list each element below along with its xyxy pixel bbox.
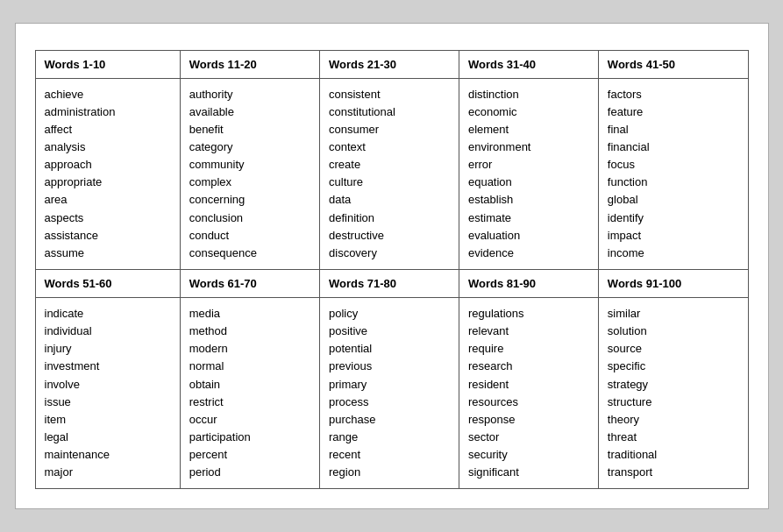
list-item: function xyxy=(608,174,739,191)
list-item: impact xyxy=(608,227,739,245)
list-item: source xyxy=(608,340,739,358)
list-item: research xyxy=(468,358,589,375)
list-item: similar xyxy=(608,305,739,323)
list-item: category xyxy=(189,138,310,156)
page-container: Words 1-10Words 11-20Words 21-30Words 31… xyxy=(15,23,769,510)
list-item: regulations xyxy=(468,305,589,323)
header-cell-1-2: Words 71-80 xyxy=(320,270,459,298)
list-item: area xyxy=(45,191,171,209)
list-item: aspects xyxy=(45,209,171,227)
header-row-1: Words 51-60Words 61-70Words 71-80Words 8… xyxy=(35,270,748,298)
list-item: benefit xyxy=(189,121,310,138)
list-item: solution xyxy=(608,323,739,340)
word-cell-0-1: authorityavailablebenefitcategorycommuni… xyxy=(180,78,319,269)
list-item: context xyxy=(329,138,450,156)
list-item: estimate xyxy=(468,209,589,227)
list-item: obtain xyxy=(189,376,310,394)
list-item: strategy xyxy=(608,376,739,394)
list-item: administration xyxy=(45,103,171,121)
list-item: final xyxy=(608,121,739,138)
header-cell-0-0: Words 1-10 xyxy=(35,50,180,78)
list-item: process xyxy=(329,394,450,411)
data-row-0: achieveadministrationaffectanalysisappro… xyxy=(35,78,748,269)
list-item: percent xyxy=(189,446,310,464)
list-item: community xyxy=(189,156,310,174)
word-cell-1-1: mediamethodmodernnormalobtainrestrictocc… xyxy=(180,298,319,489)
list-item: assistance xyxy=(45,227,171,245)
list-item: specific xyxy=(608,358,739,375)
list-item: financial xyxy=(608,138,739,156)
list-item: resources xyxy=(468,394,589,411)
list-item: error xyxy=(468,156,589,174)
word-cell-0-0: achieveadministrationaffectanalysisappro… xyxy=(35,78,180,269)
list-item: recent xyxy=(329,446,450,464)
list-item: element xyxy=(468,121,589,138)
list-item: constitutional xyxy=(329,103,450,121)
list-item: media xyxy=(189,305,310,323)
list-item: restrict xyxy=(189,394,310,411)
list-item: consistent xyxy=(329,86,450,103)
list-item: significant xyxy=(468,464,589,481)
header-cell-1-4: Words 91-100 xyxy=(598,270,748,298)
word-cell-1-4: similarsolutionsourcespecificstrategystr… xyxy=(598,298,748,489)
list-item: conclusion xyxy=(189,209,310,227)
header-cell-1-3: Words 81-90 xyxy=(459,270,598,298)
list-item: maintenance xyxy=(45,446,171,464)
list-item: transport xyxy=(608,464,739,481)
list-item: complex xyxy=(189,174,310,191)
list-item: injury xyxy=(45,340,171,358)
list-item: item xyxy=(45,411,171,429)
word-cell-1-2: policypositivepotentialpreviousprimarypr… xyxy=(320,298,459,489)
list-item: participation xyxy=(189,429,310,446)
header-cell-1-1: Words 61-70 xyxy=(180,270,319,298)
list-item: global xyxy=(608,191,739,209)
header-cell-1-0: Words 51-60 xyxy=(35,270,180,298)
list-item: approach xyxy=(45,156,171,174)
list-item: require xyxy=(468,340,589,358)
list-item: period xyxy=(189,464,310,481)
word-table: Words 1-10Words 11-20Words 21-30Words 31… xyxy=(35,50,749,490)
list-item: involve xyxy=(45,376,171,394)
list-item: definition xyxy=(329,209,450,227)
list-item: relevant xyxy=(468,323,589,340)
list-item: modern xyxy=(189,340,310,358)
header-cell-0-3: Words 31-40 xyxy=(459,50,598,78)
list-item: policy xyxy=(329,305,450,323)
list-item: structure xyxy=(608,394,739,411)
list-item: establish xyxy=(468,191,589,209)
data-row-1: indicateindividualinjuryinvestmentinvolv… xyxy=(35,298,748,489)
list-item: purchase xyxy=(329,411,450,429)
list-item: investment xyxy=(45,358,171,375)
list-item: achieve xyxy=(45,86,171,103)
list-item: equation xyxy=(468,174,589,191)
list-item: threat xyxy=(608,429,739,446)
list-item: potential xyxy=(329,340,450,358)
list-item: focus xyxy=(608,156,739,174)
list-item: income xyxy=(608,245,739,262)
list-item: resident xyxy=(468,376,589,394)
list-item: consequence xyxy=(189,245,310,262)
list-item: occur xyxy=(189,411,310,429)
word-cell-1-0: indicateindividualinjuryinvestmentinvolv… xyxy=(35,298,180,489)
word-cell-0-2: consistentconstitutionalconsumercontextc… xyxy=(320,78,459,269)
list-item: analysis xyxy=(45,138,171,156)
list-item: individual xyxy=(45,323,171,340)
header-cell-0-4: Words 41-50 xyxy=(598,50,748,78)
list-item: evidence xyxy=(468,245,589,262)
list-item: data xyxy=(329,191,450,209)
list-item: available xyxy=(189,103,310,121)
list-item: consumer xyxy=(329,121,450,138)
list-item: theory xyxy=(608,411,739,429)
list-item: normal xyxy=(189,358,310,375)
list-item: create xyxy=(329,156,450,174)
list-item: primary xyxy=(329,376,450,394)
list-item: range xyxy=(329,429,450,446)
list-item: region xyxy=(329,464,450,481)
list-item: conduct xyxy=(189,227,310,245)
list-item: authority xyxy=(189,86,310,103)
list-item: affect xyxy=(45,121,171,138)
word-cell-0-4: factorsfeaturefinalfinancialfocusfunctio… xyxy=(598,78,748,269)
header-row-0: Words 1-10Words 11-20Words 21-30Words 31… xyxy=(35,50,748,78)
list-item: previous xyxy=(329,358,450,375)
list-item: identify xyxy=(608,209,739,227)
